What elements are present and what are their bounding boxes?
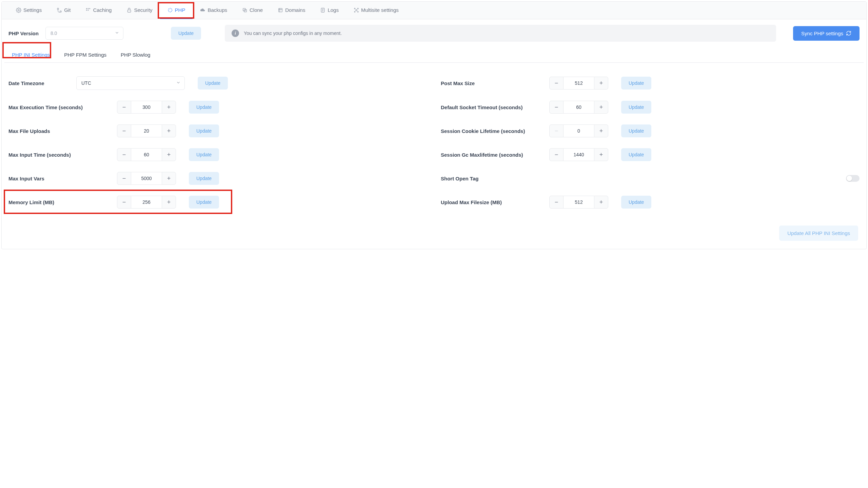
subtab-ini[interactable]: PHP INI Settings bbox=[10, 47, 52, 62]
row-upload-max: Upload Max Filesize (MB) − + Update bbox=[441, 196, 860, 209]
label-session-gc: Session Gc Maxlifetime (seconds) bbox=[441, 152, 542, 158]
minus-button[interactable]: − bbox=[549, 148, 564, 161]
input-session-gc[interactable] bbox=[564, 148, 594, 161]
nav-php[interactable]: PHP bbox=[160, 2, 193, 19]
plus-button[interactable]: + bbox=[594, 77, 608, 90]
input-post-max-size[interactable] bbox=[564, 77, 594, 90]
row-short-open-tag: Short Open Tag bbox=[441, 172, 860, 185]
multisite-icon bbox=[354, 7, 359, 13]
sync-button-label: Sync PHP settings bbox=[801, 31, 843, 36]
php-version-update-button[interactable]: Update bbox=[171, 27, 201, 40]
row-max-exec: Max Execution Time (seconds) − + Update bbox=[8, 101, 427, 114]
update-max-input-time-button[interactable]: Update bbox=[189, 148, 219, 161]
minus-button[interactable]: − bbox=[117, 196, 131, 209]
php-version-select[interactable]: 8.0 bbox=[45, 27, 123, 40]
minus-button: − bbox=[549, 124, 564, 137]
update-session-gc-button[interactable]: Update bbox=[621, 148, 651, 161]
input-max-file-uploads[interactable] bbox=[131, 124, 162, 137]
input-max-exec[interactable] bbox=[131, 101, 162, 114]
toggle-short-open-tag[interactable] bbox=[846, 175, 860, 182]
plus-button[interactable]: + bbox=[594, 196, 608, 209]
input-memory-limit[interactable] bbox=[131, 196, 162, 209]
minus-button[interactable]: − bbox=[117, 124, 131, 137]
plus-button[interactable]: + bbox=[162, 124, 176, 137]
subtab-slowlog[interactable]: PHP Slowlog bbox=[119, 47, 152, 62]
update-memory-limit-button[interactable]: Update bbox=[189, 196, 219, 209]
svg-rect-5 bbox=[90, 8, 91, 9]
nav-domains-label: Domains bbox=[285, 7, 305, 13]
update-max-input-vars-button[interactable]: Update bbox=[189, 172, 219, 185]
minus-button[interactable]: − bbox=[117, 148, 131, 161]
nav-logs[interactable]: Logs bbox=[313, 2, 346, 19]
svg-rect-7 bbox=[88, 9, 89, 11]
nav-backups[interactable]: Backups bbox=[193, 2, 235, 19]
minus-button[interactable]: − bbox=[549, 101, 564, 114]
svg-point-14 bbox=[354, 8, 355, 9]
nav-security-label: Security bbox=[134, 7, 152, 13]
nav-caching[interactable]: Caching bbox=[78, 2, 119, 19]
stepper-max-file-uploads: − + bbox=[117, 124, 176, 137]
nav-multisite[interactable]: Multisite settings bbox=[346, 2, 406, 19]
update-date-timezone-button[interactable]: Update bbox=[198, 77, 228, 90]
update-post-max-size-button[interactable]: Update bbox=[621, 77, 651, 90]
label-session-cookie: Session Cookie Lifetime (seconds) bbox=[441, 128, 542, 134]
minus-button[interactable]: − bbox=[549, 196, 564, 209]
plus-button[interactable]: + bbox=[594, 124, 608, 137]
update-max-file-uploads-button[interactable]: Update bbox=[189, 124, 219, 137]
svg-rect-8 bbox=[128, 10, 131, 12]
row-max-input-time: Max Input Time (seconds) − + Update bbox=[8, 148, 427, 161]
input-default-socket[interactable] bbox=[564, 101, 594, 114]
minus-button[interactable]: − bbox=[117, 101, 131, 114]
top-nav: Settings Git Caching Security PHP bbox=[2, 2, 866, 19]
stepper-memory-limit: − + bbox=[117, 196, 176, 209]
nav-clone[interactable]: Clone bbox=[235, 2, 270, 19]
plus-button[interactable]: + bbox=[594, 148, 608, 161]
row-memory-limit: Memory Limit (MB) − + Update bbox=[8, 196, 427, 209]
nav-domains[interactable]: Domains bbox=[270, 2, 313, 19]
stepper-session-cookie: − + bbox=[549, 124, 608, 137]
date-timezone-select[interactable]: UTC bbox=[76, 76, 185, 90]
svg-point-17 bbox=[357, 11, 358, 12]
logs-icon bbox=[320, 7, 326, 13]
sync-info-banner: i You can sync your php configs in any m… bbox=[225, 25, 776, 42]
plus-button[interactable]: + bbox=[162, 196, 176, 209]
plus-button[interactable]: + bbox=[162, 172, 176, 185]
cache-icon bbox=[85, 7, 91, 13]
input-session-cookie[interactable] bbox=[564, 124, 594, 137]
minus-button[interactable]: − bbox=[117, 172, 131, 185]
stepper-max-input-time: − + bbox=[117, 148, 176, 161]
nav-security[interactable]: Security bbox=[119, 2, 160, 19]
plus-button[interactable]: + bbox=[162, 148, 176, 161]
row-post-max-size: Post Max Size − + Update bbox=[441, 76, 860, 90]
sync-icon bbox=[846, 31, 851, 36]
update-upload-max-button[interactable]: Update bbox=[621, 196, 651, 209]
gear-icon bbox=[16, 7, 21, 13]
svg-point-1 bbox=[57, 8, 59, 9]
stepper-post-max-size: − + bbox=[549, 77, 608, 90]
git-icon bbox=[57, 7, 62, 13]
nav-settings[interactable]: Settings bbox=[8, 2, 49, 19]
subtab-fpm[interactable]: PHP FPM Settings bbox=[62, 47, 108, 62]
row-max-file-uploads: Max File Uploads − + Update bbox=[8, 124, 427, 137]
nav-git[interactable]: Git bbox=[49, 2, 78, 19]
nav-settings-label: Settings bbox=[23, 7, 42, 13]
svg-point-0 bbox=[18, 9, 19, 11]
svg-point-15 bbox=[357, 8, 358, 9]
plus-button[interactable]: + bbox=[594, 101, 608, 114]
sync-info-text: You can sync your php configs in any mom… bbox=[244, 31, 342, 36]
input-max-input-time[interactable] bbox=[131, 148, 162, 161]
minus-button[interactable]: − bbox=[549, 77, 564, 90]
input-max-input-vars[interactable] bbox=[131, 172, 162, 185]
input-upload-max[interactable] bbox=[564, 196, 594, 209]
nav-logs-label: Logs bbox=[328, 7, 339, 13]
update-all-button[interactable]: Update All PHP INI Settings bbox=[779, 226, 858, 241]
settings-grid: Date Timezone UTC Update Post Max Size −… bbox=[2, 63, 866, 215]
update-max-exec-button[interactable]: Update bbox=[189, 101, 219, 114]
stepper-default-socket: − + bbox=[549, 101, 608, 114]
update-session-cookie-button[interactable]: Update bbox=[621, 124, 651, 137]
sync-php-button[interactable]: Sync PHP settings bbox=[793, 26, 860, 41]
nav-multisite-label: Multisite settings bbox=[361, 7, 399, 13]
nav-backups-label: Backups bbox=[208, 7, 227, 13]
update-default-socket-button[interactable]: Update bbox=[621, 101, 651, 114]
plus-button[interactable]: + bbox=[162, 101, 176, 114]
